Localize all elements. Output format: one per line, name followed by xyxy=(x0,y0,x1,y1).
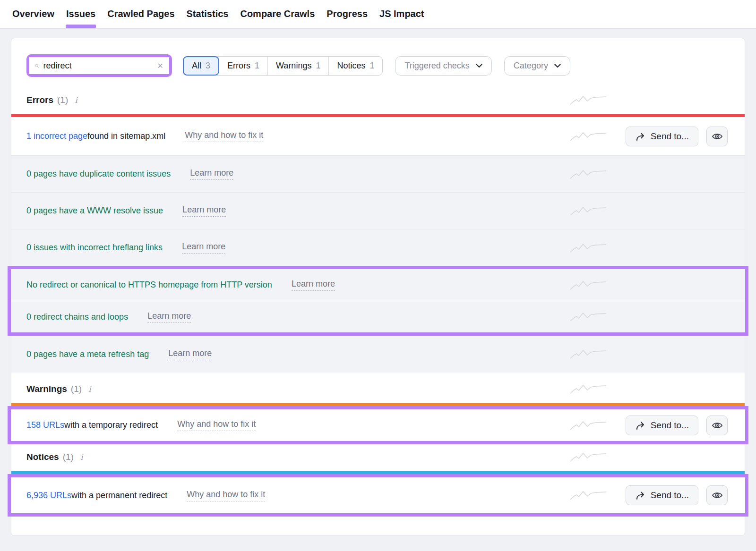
warnings-section-header: Warnings (1) i xyxy=(11,373,745,403)
learn-more-link[interactable]: Learn more xyxy=(147,311,191,323)
warnings-title: Warnings xyxy=(26,384,67,394)
trend-sparkline xyxy=(570,489,607,501)
view-issues-button[interactable] xyxy=(706,485,728,505)
tab-statistics[interactable]: Statistics xyxy=(187,0,229,27)
send-to-label: Send to... xyxy=(651,490,689,500)
view-issues-button[interactable] xyxy=(706,127,728,146)
why-how-to-fix-link[interactable]: Why and how to fix it xyxy=(177,419,256,431)
tab-overview[interactable]: Overview xyxy=(12,0,54,27)
triggered-checks-dropdown[interactable]: Triggered checks xyxy=(395,56,491,76)
trend-sparkline xyxy=(570,348,607,360)
warnings-severity-bar xyxy=(11,403,745,406)
filter-errors[interactable]: Errors 1 xyxy=(219,57,267,75)
info-icon[interactable]: i xyxy=(75,95,77,105)
issue-row-temporary-redirect: 158 URLs with a temporary redirect Why a… xyxy=(11,409,745,441)
permanent-redirect-highlight-annotation: 6,936 URLs with a permanent redirect Why… xyxy=(8,474,748,517)
permanent-redirect-text: with a permanent redirect xyxy=(71,491,167,500)
trend-sparkline xyxy=(570,168,607,180)
incorrect-page-text: found in sitemap.xml xyxy=(87,131,165,141)
filter-warnings-count: 1 xyxy=(316,61,320,71)
learn-more-link[interactable]: Learn more xyxy=(190,168,233,180)
send-arrow-icon xyxy=(635,491,645,500)
tab-js-impact[interactable]: JS Impact xyxy=(379,0,424,27)
eye-icon xyxy=(712,132,723,141)
filter-all-label: All xyxy=(192,61,201,71)
filter-all[interactable]: All 3 xyxy=(183,56,219,76)
info-icon[interactable]: i xyxy=(80,452,83,462)
filter-all-count: 3 xyxy=(206,61,210,71)
why-how-to-fix-link[interactable]: Why and how to fix it xyxy=(185,130,263,142)
trend-sparkline xyxy=(570,94,607,106)
trend-sparkline xyxy=(570,419,607,432)
send-to-button[interactable]: Send to... xyxy=(626,485,698,505)
eye-icon xyxy=(712,421,723,430)
chevron-down-icon xyxy=(554,64,561,68)
view-issues-button[interactable] xyxy=(706,415,728,435)
notices-severity-bar xyxy=(11,471,745,474)
filters-toolbar: ✕ All 3 Errors 1 Warnings 1 Notices 1 Tr… xyxy=(11,54,745,77)
errors-section-header: Errors (1) i xyxy=(11,87,745,114)
trend-sparkline xyxy=(570,311,607,323)
notices-title: Notices xyxy=(26,452,59,462)
trend-sparkline xyxy=(570,451,607,463)
send-to-button[interactable]: Send to... xyxy=(626,415,698,435)
trend-sparkline xyxy=(570,383,607,395)
filter-errors-label: Errors xyxy=(227,61,250,71)
notices-count: (1) xyxy=(63,452,74,462)
filter-warnings[interactable]: Warnings 1 xyxy=(267,57,328,75)
tab-crawled-pages[interactable]: Crawled Pages xyxy=(107,0,174,27)
learn-more-link[interactable]: Learn more xyxy=(168,348,212,360)
issue-search[interactable]: ✕ xyxy=(29,57,169,74)
eye-icon xyxy=(712,491,723,500)
warnings-count: (1) xyxy=(71,384,82,394)
errors-severity-bar xyxy=(11,114,745,117)
info-icon[interactable]: i xyxy=(88,384,91,394)
errors-count: (1) xyxy=(57,95,68,105)
issue-row-www-resolve: 0 pages have a WWW resolve issue Learn m… xyxy=(11,192,745,229)
send-to-button[interactable]: Send to... xyxy=(626,127,698,146)
hreflang-text: 0 issues with incorrect hreflang links xyxy=(26,243,163,253)
redirect-rows-highlight-annotation: No redirect or canonical to HTTPS homepa… xyxy=(8,266,748,336)
category-label: Category xyxy=(514,61,548,71)
issue-row-redirect-chains: 0 redirect chains and loops Learn more xyxy=(11,301,745,332)
redirect-chains-text: 0 redirect chains and loops xyxy=(26,312,128,322)
filter-notices-label: Notices xyxy=(337,61,365,71)
filter-notices[interactable]: Notices 1 xyxy=(328,57,382,75)
send-to-label: Send to... xyxy=(651,420,689,431)
learn-more-link[interactable]: Learn more xyxy=(182,205,226,217)
incorrect-page-link[interactable]: 1 incorrect page xyxy=(26,131,87,141)
clear-search-icon[interactable]: ✕ xyxy=(157,61,163,70)
meta-refresh-text: 0 pages have a meta refresh tag xyxy=(26,349,149,359)
tab-compare-crawls[interactable]: Compare Crawls xyxy=(240,0,315,27)
search-input[interactable] xyxy=(43,61,153,71)
notices-section-header: Notices (1) i xyxy=(11,444,745,471)
top-navigation: Overview Issues Crawled Pages Statistics… xyxy=(0,0,756,29)
issue-row-https-redirect: No redirect or canonical to HTTPS homepa… xyxy=(11,269,745,301)
issues-panel: ✕ All 3 Errors 1 Warnings 1 Notices 1 Tr… xyxy=(11,38,745,536)
severity-filter-group: All 3 Errors 1 Warnings 1 Notices 1 xyxy=(183,56,383,76)
temporary-redirect-link[interactable]: 158 URLs xyxy=(26,420,64,430)
chevron-down-icon xyxy=(476,64,482,68)
send-arrow-icon xyxy=(635,421,645,430)
tab-issues[interactable]: Issues xyxy=(66,0,95,27)
issue-row-duplicate-content: 0 pages have duplicate content issues Le… xyxy=(11,155,745,192)
filter-errors-count: 1 xyxy=(255,61,259,71)
issue-row-meta-refresh: 0 pages have a meta refresh tag Learn mo… xyxy=(11,336,745,373)
send-arrow-icon xyxy=(635,132,645,141)
filter-warnings-label: Warnings xyxy=(276,61,311,71)
trend-sparkline xyxy=(570,130,607,143)
issue-row-incorrect-page: 1 incorrect page found in sitemap.xml Wh… xyxy=(11,117,745,155)
issue-row-hreflang: 0 issues with incorrect hreflang links L… xyxy=(11,229,745,266)
category-dropdown[interactable]: Category xyxy=(504,56,570,76)
duplicate-content-text: 0 pages have duplicate content issues xyxy=(26,169,171,179)
learn-more-link[interactable]: Learn more xyxy=(182,242,225,254)
why-how-to-fix-link[interactable]: Why and how to fix it xyxy=(187,490,265,501)
www-resolve-text: 0 pages have a WWW resolve issue xyxy=(26,206,163,216)
send-to-label: Send to... xyxy=(651,131,689,142)
learn-more-link[interactable]: Learn more xyxy=(292,279,335,291)
trend-sparkline xyxy=(570,242,607,254)
triggered-checks-label: Triggered checks xyxy=(404,61,469,71)
permanent-redirect-link[interactable]: 6,936 URLs xyxy=(26,491,71,500)
temporary-redirect-text: with a temporary redirect xyxy=(64,420,158,430)
tab-progress[interactable]: Progress xyxy=(326,0,368,27)
